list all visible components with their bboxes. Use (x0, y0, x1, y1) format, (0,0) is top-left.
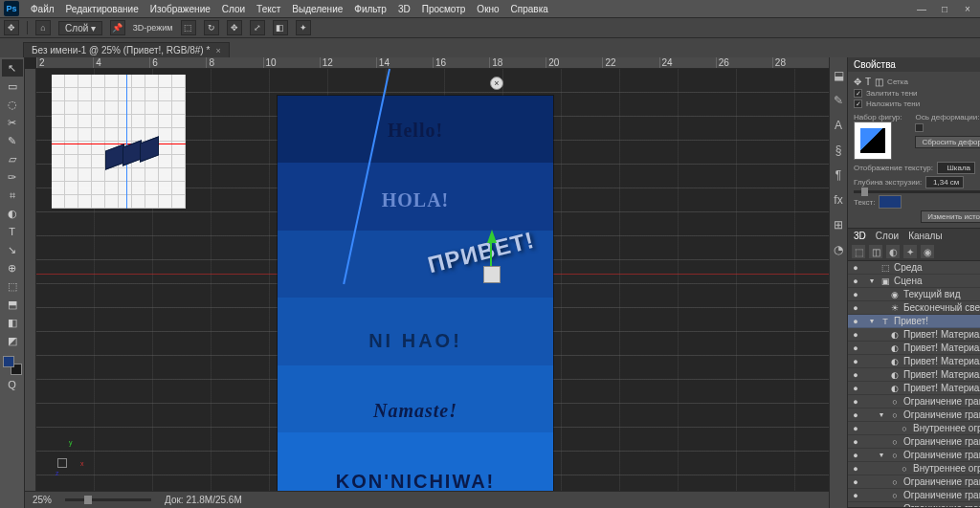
canvas-area[interactable]: 246810121416182022242628 Hello! HOLA! NI… (25, 57, 829, 508)
visibility-toggle-icon[interactable]: ● (850, 370, 861, 380)
menu-image[interactable]: Изображение (150, 4, 211, 14)
visibility-toggle-icon[interactable]: ● (850, 437, 861, 447)
extra-tool[interactable]: ◩ (2, 332, 23, 349)
visibility-toggle-icon[interactable]: ● (850, 276, 861, 286)
window-minimize[interactable]: — (913, 4, 930, 14)
gizmo-center-icon[interactable] (483, 266, 501, 283)
frame-tool[interactable]: ▱ (2, 150, 23, 167)
visibility-toggle-icon[interactable]: ● (850, 317, 861, 326)
adjustments-panel-icon[interactable]: ⊞ (830, 216, 847, 233)
paragraph-panel-icon[interactable]: § (830, 142, 847, 159)
visibility-toggle-icon[interactable]: ● (850, 504, 861, 508)
history-panel-icon[interactable]: ◔ (830, 241, 847, 258)
visibility-toggle-icon[interactable]: ● (850, 464, 861, 474)
menu-layer[interactable]: Слои (222, 4, 245, 14)
menu-file[interactable]: Файл (31, 4, 55, 14)
extrusion-depth-input[interactable]: 1,34 см (925, 176, 964, 188)
3d-badge-icon[interactable]: × (490, 77, 503, 90)
edit-source-button[interactable]: Изменить источник (921, 210, 980, 223)
visibility-toggle-icon[interactable]: ● (850, 384, 861, 393)
scene-item[interactable]: ●◐Привет! Материал передней выпукл... (848, 328, 980, 342)
menu-view[interactable]: Просмотр (422, 4, 466, 14)
properties-tab[interactable]: Свойства (854, 59, 896, 70)
glyphs-panel-icon[interactable]: ¶ (830, 166, 847, 184)
type-tool[interactable]: T (2, 223, 23, 240)
scene-item[interactable]: ●▾TПривет! (848, 315, 980, 328)
scene-item[interactable]: ●○Ограничение границ 8 (848, 489, 980, 502)
zoom-level[interactable]: 25% (33, 495, 52, 505)
3d-tab[interactable]: 3D (854, 231, 866, 241)
reset-deform-button[interactable]: Сбросить деформацию (915, 136, 980, 148)
move-tool[interactable]: ↖ (2, 59, 23, 77)
filter-mesh-icon[interactable]: ◫ (869, 245, 882, 258)
visibility-toggle-icon[interactable]: ● (850, 477, 861, 487)
fill-shadow-checkbox[interactable] (854, 89, 862, 98)
scene-item[interactable]: ●○Внутреннее ограничение 3 (848, 422, 980, 435)
styles-panel-icon[interactable]: fx (830, 191, 847, 209)
scene-item[interactable]: ●◐Привет! Материал задней выпуклости (848, 382, 980, 395)
edit-toolbar[interactable]: ◧ (2, 314, 23, 331)
filter-camera-icon[interactable]: ◉ (921, 245, 934, 258)
visibility-toggle-icon[interactable]: ● (850, 491, 861, 500)
menu-3d[interactable]: 3D (398, 4, 411, 14)
visibility-toggle-icon[interactable]: ● (850, 397, 861, 407)
brush-tool[interactable]: ✑ (2, 168, 23, 186)
gizmo-y-arrow-icon[interactable] (487, 230, 497, 243)
zoom-tool[interactable]: ⬒ (2, 296, 23, 313)
crop-tool[interactable]: ✂ (2, 114, 23, 131)
disclosure-icon[interactable]: ▾ (867, 317, 877, 325)
3d-axis-gizmo[interactable] (470, 230, 508, 297)
mode-orbit-icon[interactable]: ⬚ (181, 20, 196, 35)
menu-filter[interactable]: Фильтр (354, 4, 387, 14)
visibility-toggle-icon[interactable]: ● (850, 424, 861, 433)
filter-light-icon[interactable]: ✦ (903, 245, 917, 258)
menu-select[interactable]: Выделение (292, 4, 343, 14)
path-tool[interactable]: ↘ (2, 241, 23, 258)
layer-target-select[interactable]: Слой ▾ (58, 21, 102, 35)
disclosure-icon[interactable]: ▾ (877, 451, 886, 459)
visibility-toggle-icon[interactable]: ● (850, 357, 861, 366)
text-color-swatch[interactable] (879, 195, 902, 209)
scene-item[interactable]: ●◐Привет! Материал переднего скоса (848, 342, 980, 355)
lasso-tool[interactable]: ◌ (2, 96, 23, 113)
marquee-tool[interactable]: ▭ (2, 77, 23, 95)
scene-item[interactable]: ●◐Привет! Материал экструзии (848, 355, 980, 368)
eyedropper-tool[interactable]: ✎ (2, 132, 23, 149)
secondary-view[interactable] (52, 75, 186, 209)
menu-help[interactable]: Справка (511, 4, 548, 14)
scene-item[interactable]: ●○Ограничение границ 7 (848, 475, 980, 489)
scene-item[interactable]: ●☀Бесконечный свет 1 (848, 301, 980, 315)
texture-display-select[interactable]: Шкала (937, 162, 975, 174)
visibility-toggle-icon[interactable]: ● (850, 451, 861, 460)
scene-item[interactable]: ●◉Текущий вид (848, 288, 980, 301)
visibility-toggle-icon[interactable]: ● (850, 303, 861, 313)
mode-light-icon[interactable]: ✦ (296, 20, 311, 35)
prop-icon-type[interactable]: T (865, 77, 871, 87)
visibility-toggle-icon[interactable]: ● (850, 263, 861, 273)
character-panel-icon[interactable]: A (830, 117, 847, 134)
home-icon[interactable]: ⌂ (35, 20, 51, 35)
visibility-toggle-icon[interactable]: ● (850, 290, 861, 299)
zoom-slider[interactable] (65, 498, 151, 501)
filter-scene-icon[interactable]: ⬚ (852, 245, 865, 258)
disclosure-icon[interactable]: ▾ (877, 410, 886, 419)
visibility-toggle-icon[interactable]: ● (850, 330, 861, 340)
scene-item[interactable]: ●○Ограничение границ 1 (848, 395, 980, 409)
shape-preset-preview[interactable] (854, 121, 892, 160)
disclosure-icon[interactable]: ▾ (867, 276, 877, 285)
filter-material-icon[interactable]: ◐ (886, 245, 900, 258)
color-panel-icon[interactable]: ⬓ (830, 67, 847, 84)
scene-item[interactable]: ●○Ограничение границ 9 (848, 502, 980, 507)
scene-item[interactable]: ●○Ограничение границ 4 (848, 435, 980, 449)
mode-scale-icon[interactable]: ◧ (273, 20, 288, 35)
world-axes-icon[interactable]: y x z (57, 441, 92, 475)
layers-tab[interactable]: Слои (876, 231, 899, 241)
extrusion-slider[interactable] (854, 190, 980, 193)
mode-slide-icon[interactable]: ⤢ (250, 20, 265, 35)
scene-item[interactable]: ●▾▣Сцена (848, 275, 980, 288)
visibility-toggle-icon[interactable]: ● (850, 343, 861, 353)
hand-tool[interactable]: ⬚ (2, 277, 23, 295)
visibility-toggle-icon[interactable]: ● (850, 410, 861, 420)
scene-item[interactable]: ●▾○Ограничение границ 2 (848, 409, 980, 422)
quickmask-toggle[interactable]: Q (2, 376, 23, 393)
